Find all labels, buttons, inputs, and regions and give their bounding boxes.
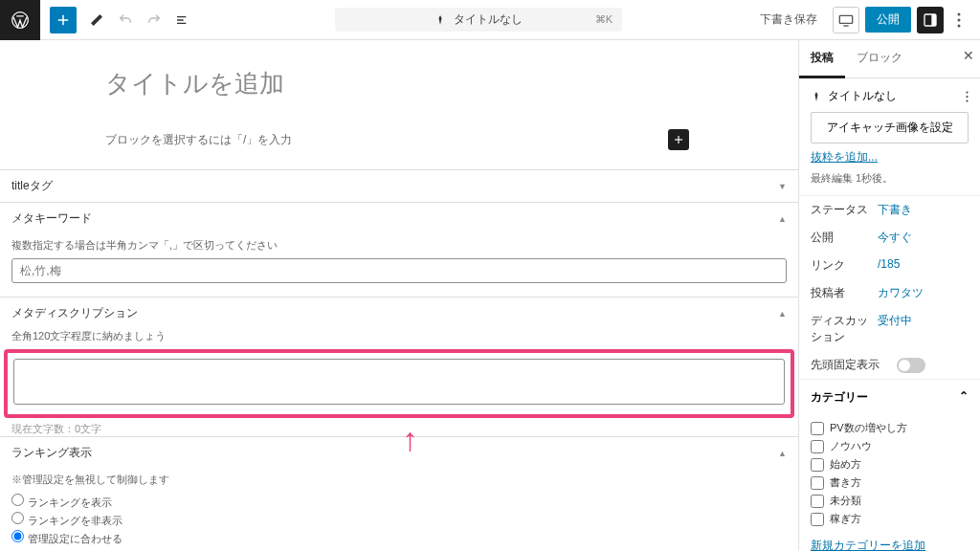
svg-point-4 (958, 12, 961, 15)
status-value[interactable]: 下書き (878, 202, 912, 218)
metabox-ranking: ランキング表示 ▲ ※管理設定を無視して制御します ランキングを表示 ランキング… (0, 436, 798, 551)
svg-rect-3 (931, 14, 936, 26)
link-label: リンク (811, 257, 878, 274)
svg-point-9 (966, 99, 968, 101)
meta-keywords-input[interactable] (11, 258, 787, 283)
svg-point-7 (966, 91, 968, 93)
svg-rect-1 (839, 15, 852, 23)
category-item[interactable]: 未分類 (811, 492, 969, 510)
svg-point-8 (966, 95, 968, 97)
shortcut-hint: ⌘K (595, 13, 612, 26)
metabox-meta-keywords-header[interactable]: メタキーワード ▲ (0, 203, 798, 234)
last-edit-text: 最終編集 1秒後。 (811, 171, 969, 186)
undo-icon[interactable] (111, 6, 140, 34)
close-sidebar-icon[interactable]: ✕ (963, 48, 974, 63)
add-excerpt-link[interactable]: 抜粋を追加... (811, 149, 878, 165)
author-value[interactable]: カワタツ (878, 285, 924, 301)
tab-block[interactable]: ブロック (845, 40, 914, 77)
post-title-input[interactable]: タイトルを追加 (105, 67, 693, 100)
ranking-opt-show[interactable]: ランキングを表示 (11, 493, 787, 511)
chevron-up-icon: ⌃ (959, 389, 969, 406)
add-category-link[interactable]: 新規カテゴリーを追加 (799, 532, 980, 551)
ranking-help: ※管理設定を無視して制御します (11, 473, 787, 487)
category-item[interactable]: PV数の増やし方 (811, 419, 969, 437)
sticky-toggle[interactable] (897, 358, 925, 373)
metabox-title-tag: titleタグ ▼ (0, 169, 798, 202)
sidebar-doc-title: タイトルなし (828, 88, 897, 104)
ranking-opt-hide[interactable]: ランキングを非表示 (11, 511, 787, 529)
svg-point-6 (958, 24, 961, 27)
category-item[interactable]: ノウハウ (811, 437, 969, 455)
category-item[interactable]: 書き方 (811, 474, 969, 492)
redo-icon[interactable] (140, 6, 168, 34)
metabox-meta-description: メタディスクリプション ▲ 全角120文字程度に納めましょう 現在文字数：0文字 (0, 297, 798, 436)
metabox-title-tag-label: titleタグ (11, 178, 53, 194)
edit-mode-icon[interactable] (82, 6, 111, 34)
publish-value[interactable]: 今すぐ (878, 230, 912, 246)
categories-label: カテゴリー (811, 389, 868, 406)
sticky-label: 先頭固定表示 (811, 357, 897, 373)
categories-list: PV数の増やし方 ノウハウ 始め方 書き方 未分類 稼ぎ方 (799, 415, 980, 532)
save-draft-button[interactable]: 下書き保存 (760, 11, 817, 28)
document-title-text: タイトルなし (454, 11, 523, 28)
block-hint-text[interactable]: ブロックを選択するには「/」を入力 (105, 132, 292, 148)
settings-panel-toggle[interactable] (917, 7, 944, 33)
document-outline-icon[interactable] (168, 6, 197, 34)
preview-button[interactable] (833, 7, 859, 33)
publish-label: 公開 (811, 230, 878, 246)
document-title-pill[interactable]: タイトルなし ⌘K (335, 8, 622, 32)
set-featured-image-button[interactable]: アイキャッチ画像を設定 (811, 112, 969, 143)
metabox-meta-keywords: メタキーワード ▲ 複数指定する場合は半角カンマ「,」で区切ってください (0, 202, 798, 297)
metabox-ranking-label: ランキング表示 (11, 445, 92, 461)
pen-icon (811, 91, 822, 102)
metabox-meta-description-header[interactable]: メタディスクリプション ▲ (0, 298, 798, 329)
category-item[interactable]: 稼ぎ方 (811, 510, 969, 528)
sidebar-tabs: 投稿 ブロック ✕ (799, 40, 980, 78)
more-options-icon[interactable] (946, 7, 972, 33)
add-block-button[interactable] (50, 7, 77, 33)
tab-post[interactable]: 投稿 (799, 40, 845, 78)
metabox-meta-keywords-label: メタキーワード (11, 210, 92, 227)
svg-point-5 (958, 18, 961, 21)
meta-keywords-help: 複数指定する場合は半角カンマ「,」で区切ってください (11, 238, 787, 253)
meta-description-help: 全角120文字程度に納めましょう (0, 329, 798, 343)
discussion-label: ディスカッション (811, 313, 878, 345)
discussion-value[interactable]: 受付中 (878, 313, 912, 345)
publish-button[interactable]: 公開 (865, 7, 911, 33)
author-label: 投稿者 (811, 285, 878, 301)
settings-sidebar: 投稿 ブロック ✕ タイトルなし アイキャッチ画像を設定 抜粋を追加... 最終… (798, 40, 980, 551)
more-icon[interactable] (966, 90, 969, 103)
chevron-up-icon: ▲ (778, 449, 787, 458)
metabox-ranking-header[interactable]: ランキング表示 ▲ (0, 437, 798, 469)
annotation-highlight (4, 349, 794, 418)
metabox-title-tag-header[interactable]: titleタグ ▼ (0, 170, 798, 202)
inline-add-block-button[interactable] (668, 129, 689, 150)
pen-icon (434, 14, 446, 26)
meta-description-textarea[interactable] (13, 359, 785, 405)
metabox-meta-description-label: メタディスクリプション (11, 305, 138, 321)
link-value[interactable]: /185 (878, 257, 900, 274)
meta-description-char-count: 現在文字数：0文字 (0, 422, 798, 436)
chevron-up-icon: ▲ (778, 309, 787, 319)
editor-canvas: タイトルを追加 ブロックを選択するには「/」を入力 titleタグ ▼ メタキー… (0, 40, 798, 551)
status-label: ステータス (811, 202, 878, 218)
top-toolbar: タイトルなし ⌘K 下書き保存 公開 (0, 0, 980, 40)
category-item[interactable]: 始め方 (811, 455, 969, 474)
ranking-opt-follow[interactable]: 管理設定に合わせる (11, 529, 787, 547)
chevron-down-icon: ▼ (778, 182, 787, 191)
wordpress-logo[interactable] (0, 0, 40, 40)
categories-panel-header[interactable]: カテゴリー ⌃ (799, 379, 980, 415)
chevron-up-icon: ▲ (778, 214, 787, 224)
